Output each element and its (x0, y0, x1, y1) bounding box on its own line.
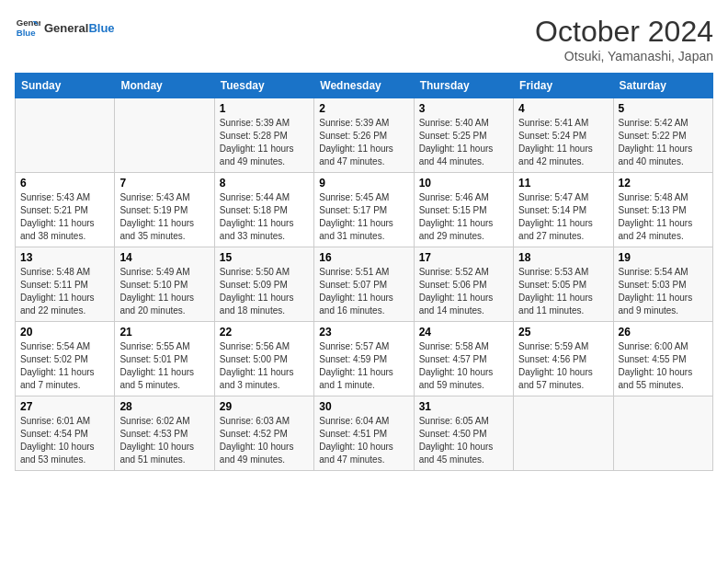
calendar-day-5: 5Sunrise: 5:42 AMSunset: 5:22 PMDaylight… (613, 98, 712, 173)
day-number: 4 (518, 102, 608, 115)
day-number: 29 (220, 400, 309, 413)
day-number: 31 (419, 400, 508, 413)
day-info: Sunrise: 5:52 AMSunset: 5:06 PMDaylight:… (419, 266, 508, 317)
day-number: 13 (20, 251, 109, 264)
day-info: Sunrise: 5:58 AMSunset: 4:57 PMDaylight:… (419, 340, 508, 392)
calendar-empty-cell (613, 396, 712, 471)
calendar-week-row: 27Sunrise: 6:01 AMSunset: 4:54 PMDayligh… (16, 396, 713, 471)
calendar-day-7: 7Sunrise: 5:43 AMSunset: 5:19 PMDaylight… (115, 173, 214, 247)
calendar-day-24: 24Sunrise: 5:58 AMSunset: 4:57 PMDayligh… (414, 322, 513, 396)
day-info: Sunrise: 5:54 AMSunset: 5:02 PMDaylight:… (20, 340, 109, 392)
calendar-day-14: 14Sunrise: 5:49 AMSunset: 5:10 PMDayligh… (115, 247, 214, 322)
calendar-day-15: 15Sunrise: 5:50 AMSunset: 5:09 PMDayligh… (214, 247, 313, 322)
day-info: Sunrise: 5:48 AMSunset: 5:11 PMDaylight:… (20, 266, 109, 317)
header-tuesday: Tuesday (214, 74, 313, 98)
calendar-header-row: SundayMondayTuesdayWednesdayThursdayFrid… (16, 74, 713, 98)
day-info: Sunrise: 6:01 AMSunset: 4:54 PMDaylight:… (20, 415, 109, 466)
day-number: 9 (319, 177, 408, 190)
day-number: 5 (619, 102, 708, 115)
day-info: Sunrise: 5:59 AMSunset: 4:56 PMDaylight:… (518, 340, 608, 392)
calendar-day-25: 25Sunrise: 5:59 AMSunset: 4:56 PMDayligh… (514, 322, 613, 396)
calendar-day-27: 27Sunrise: 6:01 AMSunset: 4:54 PMDayligh… (16, 396, 115, 471)
day-info: Sunrise: 5:40 AMSunset: 5:25 PMDaylight:… (419, 117, 508, 168)
day-number: 15 (220, 251, 309, 264)
day-info: Sunrise: 5:39 AMSunset: 5:26 PMDaylight:… (319, 117, 408, 168)
day-number: 14 (119, 251, 209, 264)
day-number: 11 (518, 177, 608, 190)
calendar-day-19: 19Sunrise: 5:54 AMSunset: 5:03 PMDayligh… (613, 247, 712, 322)
day-info: Sunrise: 6:03 AMSunset: 4:52 PMDaylight:… (220, 415, 309, 466)
calendar-day-20: 20Sunrise: 5:54 AMSunset: 5:02 PMDayligh… (16, 322, 115, 396)
calendar-day-26: 26Sunrise: 6:00 AMSunset: 4:55 PMDayligh… (613, 322, 712, 396)
day-number: 17 (419, 251, 508, 264)
day-number: 2 (319, 102, 408, 115)
calendar-day-12: 12Sunrise: 5:48 AMSunset: 5:13 PMDayligh… (613, 173, 712, 247)
calendar-day-9: 9Sunrise: 5:45 AMSunset: 5:17 PMDaylight… (314, 173, 414, 247)
calendar-day-3: 3Sunrise: 5:40 AMSunset: 5:25 PMDaylight… (414, 98, 513, 173)
header-wednesday: Wednesday (314, 74, 414, 98)
day-info: Sunrise: 5:47 AMSunset: 5:14 PMDaylight:… (518, 191, 608, 243)
logo-text: GeneralBlue (44, 21, 115, 36)
day-info: Sunrise: 6:05 AMSunset: 4:50 PMDaylight:… (419, 415, 508, 466)
day-info: Sunrise: 5:51 AMSunset: 5:07 PMDaylight:… (319, 266, 408, 317)
day-number: 20 (20, 326, 109, 339)
day-number: 18 (518, 251, 608, 264)
day-number: 24 (419, 326, 508, 339)
calendar-day-29: 29Sunrise: 6:03 AMSunset: 4:52 PMDayligh… (214, 396, 313, 471)
header-friday: Friday (514, 74, 613, 98)
location: Otsuki, Yamanashi, Japan (535, 49, 713, 63)
day-info: Sunrise: 5:54 AMSunset: 5:03 PMDaylight:… (619, 266, 708, 317)
day-number: 22 (220, 326, 309, 339)
calendar-empty-cell (514, 396, 613, 471)
day-info: Sunrise: 5:45 AMSunset: 5:17 PMDaylight:… (319, 191, 408, 243)
day-info: Sunrise: 6:02 AMSunset: 4:53 PMDaylight:… (119, 415, 209, 466)
calendar-day-13: 13Sunrise: 5:48 AMSunset: 5:11 PMDayligh… (16, 247, 115, 322)
calendar-day-21: 21Sunrise: 5:55 AMSunset: 5:01 PMDayligh… (115, 322, 214, 396)
calendar-day-30: 30Sunrise: 6:04 AMSunset: 4:51 PMDayligh… (314, 396, 414, 471)
day-info: Sunrise: 5:53 AMSunset: 5:05 PMDaylight:… (518, 266, 608, 317)
header-monday: Monday (115, 74, 214, 98)
day-number: 27 (20, 400, 109, 413)
day-number: 16 (319, 251, 408, 264)
day-number: 23 (319, 326, 408, 339)
calendar-day-10: 10Sunrise: 5:46 AMSunset: 5:15 PMDayligh… (414, 173, 513, 247)
day-info: Sunrise: 5:39 AMSunset: 5:28 PMDaylight:… (220, 117, 309, 168)
day-number: 30 (319, 400, 408, 413)
calendar-day-31: 31Sunrise: 6:05 AMSunset: 4:50 PMDayligh… (414, 396, 513, 471)
calendar-day-2: 2Sunrise: 5:39 AMSunset: 5:26 PMDaylight… (314, 98, 414, 173)
calendar-day-11: 11Sunrise: 5:47 AMSunset: 5:14 PMDayligh… (514, 173, 613, 247)
calendar-day-22: 22Sunrise: 5:56 AMSunset: 5:00 PMDayligh… (214, 322, 313, 396)
month-title: October 2024 (535, 15, 713, 49)
calendar-empty-cell (115, 98, 214, 173)
calendar-week-row: 1Sunrise: 5:39 AMSunset: 5:28 PMDaylight… (16, 98, 713, 173)
day-info: Sunrise: 5:44 AMSunset: 5:18 PMDaylight:… (220, 191, 309, 243)
header-sunday: Sunday (16, 74, 115, 98)
calendar-week-row: 13Sunrise: 5:48 AMSunset: 5:11 PMDayligh… (16, 247, 713, 322)
day-number: 19 (619, 251, 708, 264)
calendar-day-4: 4Sunrise: 5:41 AMSunset: 5:24 PMDaylight… (514, 98, 613, 173)
day-info: Sunrise: 6:00 AMSunset: 4:55 PMDaylight:… (619, 340, 708, 392)
day-number: 7 (119, 177, 209, 190)
svg-text:General: General (17, 17, 40, 28)
calendar-table: SundayMondayTuesdayWednesdayThursdayFrid… (15, 73, 713, 471)
day-info: Sunrise: 5:43 AMSunset: 5:19 PMDaylight:… (119, 191, 209, 243)
day-info: Sunrise: 5:50 AMSunset: 5:09 PMDaylight:… (220, 266, 309, 317)
day-info: Sunrise: 5:42 AMSunset: 5:22 PMDaylight:… (619, 117, 708, 168)
day-info: Sunrise: 5:48 AMSunset: 5:13 PMDaylight:… (619, 191, 708, 243)
day-number: 28 (119, 400, 209, 413)
day-number: 10 (419, 177, 508, 190)
calendar-day-17: 17Sunrise: 5:52 AMSunset: 5:06 PMDayligh… (414, 247, 513, 322)
day-number: 26 (619, 326, 708, 339)
day-number: 3 (419, 102, 508, 115)
day-info: Sunrise: 5:43 AMSunset: 5:21 PMDaylight:… (20, 191, 109, 243)
day-info: Sunrise: 5:49 AMSunset: 5:10 PMDaylight:… (119, 266, 209, 317)
day-number: 25 (518, 326, 608, 339)
day-number: 21 (119, 326, 209, 339)
day-number: 8 (220, 177, 309, 190)
day-number: 12 (619, 177, 708, 190)
day-info: Sunrise: 5:57 AMSunset: 4:59 PMDaylight:… (319, 340, 408, 392)
header-saturday: Saturday (613, 74, 712, 98)
title-block: October 2024 Otsuki, Yamanashi, Japan (535, 15, 713, 63)
day-number: 1 (220, 102, 309, 115)
calendar-day-18: 18Sunrise: 5:53 AMSunset: 5:05 PMDayligh… (514, 247, 613, 322)
